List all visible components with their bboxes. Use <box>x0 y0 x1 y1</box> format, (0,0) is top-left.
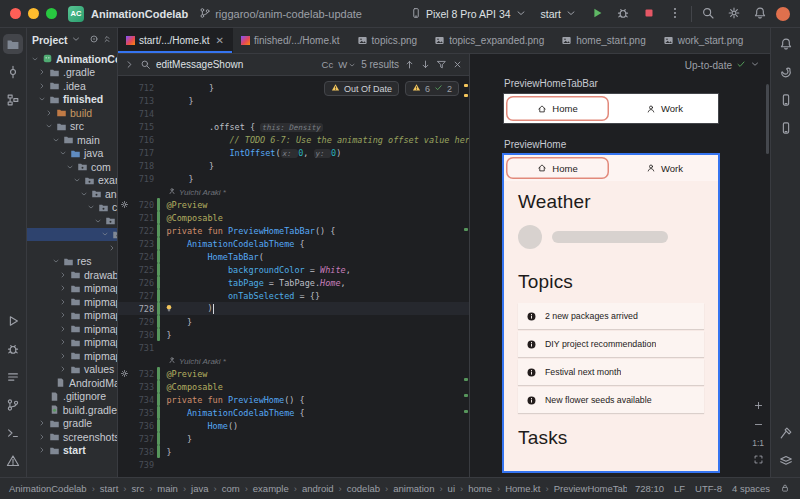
chevron-down-icon[interactable] <box>101 230 109 238</box>
project-tree-item-mipmap-xxhdpi[interactable]: mipmap-xxhdpi <box>27 336 117 350</box>
code-line[interactable]: 734private fun PreviewHome() { <box>118 393 469 406</box>
code-author-hint[interactable]: Yuichi Araki * <box>118 354 469 367</box>
code-line[interactable]: 736 Home() <box>118 419 469 432</box>
chevron-right-icon[interactable] <box>59 271 67 279</box>
search-everywhere-button[interactable] <box>698 4 718 24</box>
code-line[interactable]: 737 } <box>118 432 469 445</box>
close-tab-icon[interactable]: ✕ <box>216 35 224 46</box>
code-line[interactable]: 728 ) <box>118 302 469 315</box>
locate-file-icon[interactable] <box>89 34 99 46</box>
problems-tool-button[interactable] <box>3 451 23 471</box>
code-author-hint[interactable]: Yuichi Araki * <box>118 185 469 198</box>
chevron-right-icon[interactable] <box>59 298 67 306</box>
chevron-down-icon[interactable] <box>750 59 760 71</box>
previous-occurrence-button[interactable] <box>404 59 415 70</box>
encoding-widget[interactable]: UTF-8 <box>695 483 722 494</box>
breadcrumb-item[interactable]: PreviewH​omeTabBar <box>553 483 627 494</box>
code-line[interactable]: 725 backgroundColor = White, <box>118 263 469 276</box>
zoom-in-button[interactable] <box>753 400 764 413</box>
chevron-right-icon[interactable] <box>45 109 53 117</box>
code-line[interactable]: 724 HomeTabBar( <box>118 250 469 263</box>
logcat-tool-button[interactable] <box>3 367 23 387</box>
chevron-down-icon[interactable] <box>66 163 74 171</box>
stop-button[interactable] <box>639 4 659 24</box>
breadcrumb-item[interactable]: android <box>301 483 335 494</box>
project-tree-item-codelab[interactable]: codelab <box>27 201 117 215</box>
code-line[interactable]: 717 IntOffset(x: 0, y: 0) <box>118 146 469 159</box>
chevron-right-icon[interactable] <box>59 352 67 360</box>
chevron-down-icon[interactable] <box>45 122 53 130</box>
code-line[interactable]: 726 tabPage = TabPage.Home, <box>118 276 469 289</box>
chevron-down-icon[interactable] <box>52 136 60 144</box>
chevron-right-icon[interactable] <box>59 311 67 319</box>
layers-tool-button[interactable] <box>776 451 796 471</box>
run-tool-button[interactable] <box>3 311 23 331</box>
zoom-to-fit-button[interactable] <box>753 454 764 467</box>
code-line[interactable]: 719 } <box>118 172 469 185</box>
project-tool-button[interactable] <box>3 34 23 54</box>
code-line[interactable]: 733@Composable <box>118 380 469 393</box>
code-line[interactable]: 722private fun PreviewHomeTabBar() { <box>118 224 469 237</box>
project-tree-item-androidmanifest-xm[interactable]: AndroidManifest.xm <box>27 376 117 390</box>
preview-gutter-gear-icon[interactable] <box>118 369 130 378</box>
chevron-right-icon[interactable] <box>59 365 67 373</box>
preview-gutter-gear-icon[interactable] <box>118 200 130 209</box>
search-history-button[interactable] <box>140 59 151 70</box>
project-tree-item-idea[interactable]: .idea <box>27 79 117 93</box>
chevron-right-icon[interactable] <box>59 284 67 292</box>
editor-tab-topics-png[interactable]: topics.png <box>349 28 427 53</box>
breadcrumb-item[interactable]: Home.kt <box>504 483 541 494</box>
collapse-all-icon[interactable] <box>102 34 112 46</box>
project-tree-item-java[interactable]: java <box>27 147 117 161</box>
breadcrumb-item[interactable]: ui <box>447 483 456 494</box>
project-tree-item-res[interactable]: res <box>27 255 117 269</box>
code-line[interactable]: 739 <box>118 458 469 471</box>
error-stripe[interactable] <box>464 78 468 477</box>
project-tree-item-mipmap-hdpi[interactable]: mipmap-hdpi <box>27 295 117 309</box>
code-line[interactable]: 727 onTabSelected = {} <box>118 289 469 302</box>
device-manager-tool-button[interactable] <box>776 90 796 110</box>
project-tree-item-mipmap-xhdpi[interactable]: mipmap-xhdpi <box>27 322 117 336</box>
vcs-branch-widget[interactable]: riggaroo/anim-codelab-update <box>195 5 366 23</box>
editor-tab-finished-home-kt[interactable]: finished/.../Home.kt <box>233 28 349 53</box>
caret-position-widget[interactable]: 728:10 <box>635 483 664 494</box>
debug-button[interactable] <box>613 4 633 24</box>
profile-avatar[interactable] <box>776 7 790 21</box>
chevron-right-icon[interactable] <box>108 244 116 252</box>
breadcrumb-item[interactable]: java <box>190 483 209 494</box>
code-line[interactable]: 731 <box>118 341 469 354</box>
project-tree-item-build-gradle[interactable]: build.gradle <box>27 403 117 417</box>
chevron-down-icon[interactable] <box>80 190 88 198</box>
breadcrumb-item[interactable]: animation <box>392 483 435 494</box>
run-configuration-selector[interactable]: start <box>537 5 581 23</box>
minimize-window-button[interactable] <box>28 8 39 19</box>
editor-tab-home-start-png[interactable]: home_start.png <box>553 28 655 53</box>
breadcrumb-item[interactable]: AnimationCodelab <box>8 483 88 494</box>
device-selector[interactable]: Pixel 8 Pro API 34 <box>406 5 531 23</box>
chevron-down-icon[interactable] <box>59 149 67 157</box>
indent-widget[interactable]: 4 spaces <box>732 483 770 494</box>
debug-tool-button[interactable] <box>3 339 23 359</box>
next-occurrence-button[interactable] <box>420 59 431 70</box>
editor-tab-start-home-kt[interactable]: start/.../Home.kt✕ <box>118 28 233 53</box>
breadcrumb-item[interactable]: com <box>221 483 241 494</box>
match-case-toggle[interactable]: Cc <box>322 59 334 70</box>
chevron-right-icon[interactable] <box>59 338 67 346</box>
structure-tool-button[interactable] <box>3 90 23 110</box>
code-line[interactable]: 738} <box>118 445 469 458</box>
chevron-down-icon[interactable] <box>31 55 39 63</box>
terminal-tool-button[interactable] <box>3 423 23 443</box>
project-tree-item-build[interactable]: build <box>27 106 117 120</box>
commit-tool-button[interactable] <box>3 62 23 82</box>
running-devices-tool-button[interactable] <box>776 118 796 138</box>
project-panel-header[interactable]: Project <box>27 28 117 52</box>
project-tree-item-example[interactable]: example <box>27 174 117 188</box>
code-line[interactable]: 715 .offset { this: Density <box>118 120 469 133</box>
preview-out-of-date-badge[interactable]: Out Of Date <box>324 81 399 96</box>
gradle-tool-button[interactable] <box>776 62 796 82</box>
code-line[interactable]: 716 // TODO 6-7: Use the animating offse… <box>118 133 469 146</box>
preview-card-home-tab-bar[interactable]: HomeWork <box>504 94 718 123</box>
code-line[interactable]: 723 AnimationCodelabTheme { <box>118 237 469 250</box>
notifications-tool-button[interactable] <box>776 34 796 54</box>
lock-icon[interactable] <box>780 483 790 495</box>
